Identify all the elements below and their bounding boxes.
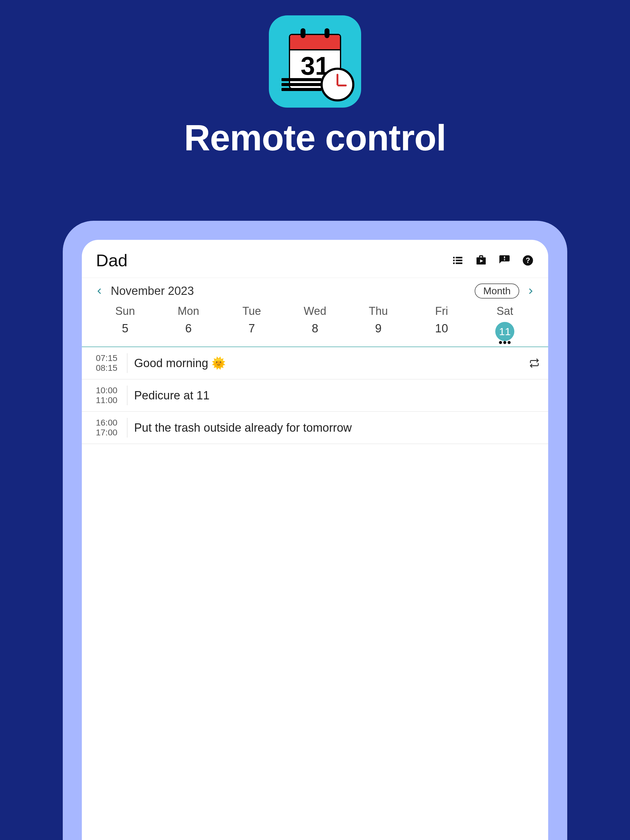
view-toggle[interactable]: Month	[475, 284, 519, 298]
event-list: 07:1508:15Good morning 🌞10:0011:00Pedicu…	[82, 347, 548, 444]
day-cell[interactable]: Thu9	[347, 305, 410, 341]
event-times: 10:0011:00	[90, 385, 127, 405]
day-of-week: Mon	[178, 305, 199, 317]
day-number-selected: 11	[495, 322, 514, 341]
app-icon: 31	[269, 15, 361, 107]
svg-text:?: ?	[526, 256, 530, 264]
month-label: November 2023	[111, 284, 475, 298]
help-icon[interactable]: ?	[522, 254, 534, 267]
day-number: 10	[435, 322, 448, 335]
svg-rect-1	[456, 257, 462, 258]
day-of-week: Wed	[304, 305, 326, 317]
day-cell[interactable]: Mon6	[157, 305, 220, 341]
event-times: 16:0017:00	[90, 418, 127, 437]
repeat-icon	[529, 358, 540, 368]
svg-rect-0	[453, 257, 455, 258]
day-number: 5	[122, 322, 128, 335]
device-frame: Dad ? November 2023 Month	[63, 221, 567, 840]
screen: Dad ? November 2023 Month	[82, 240, 548, 840]
day-cell[interactable]: Sat11	[473, 305, 537, 341]
day-number: 7	[249, 322, 255, 335]
day-of-week: Sun	[116, 305, 135, 317]
event-row[interactable]: 07:1508:15Good morning 🌞	[82, 347, 548, 379]
day-number: 9	[375, 322, 381, 335]
day-cell[interactable]: Tue7	[220, 305, 283, 341]
page-title: Dad	[96, 250, 128, 270]
event-row[interactable]: 16:0017:00Put the trash outside already …	[82, 412, 548, 444]
day-number: 8	[312, 322, 318, 335]
prev-month-button[interactable]	[96, 287, 103, 295]
svg-rect-3	[456, 259, 462, 261]
svg-rect-4	[453, 262, 455, 264]
day-cell[interactable]: Sun5	[93, 305, 157, 341]
event-row[interactable]: 10:0011:00Pedicure at 11	[82, 379, 548, 412]
event-title: Good morning 🌞	[134, 356, 529, 370]
day-of-week: Fri	[435, 305, 448, 317]
day-number: 6	[185, 322, 192, 335]
day-cell[interactable]: Fri10	[410, 305, 473, 341]
day-of-week: Thu	[369, 305, 388, 317]
day-cell[interactable]: Wed8	[283, 305, 347, 341]
day-of-week: Sat	[497, 305, 513, 317]
hero-title: Remote control	[184, 117, 446, 159]
svg-rect-2	[453, 259, 455, 261]
list-icon[interactable]	[451, 254, 464, 267]
day-of-week: Tue	[242, 305, 261, 317]
event-times: 07:1508:15	[90, 353, 127, 373]
next-month-button[interactable]	[527, 287, 534, 295]
event-title: Put the trash outside already for tomorr…	[134, 421, 540, 434]
feedback-icon[interactable]	[499, 254, 511, 267]
event-title: Pedicure at 11	[134, 389, 540, 402]
svg-rect-5	[456, 262, 462, 264]
week-strip: Sun5Mon6Tue7Wed8Thu9Fri10Sat11	[82, 303, 548, 347]
store-icon[interactable]	[475, 254, 487, 267]
